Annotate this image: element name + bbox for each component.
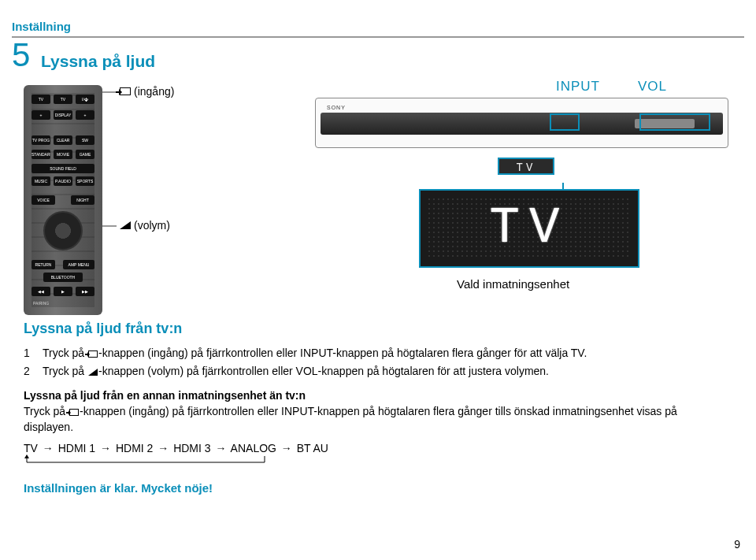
remote-media: ▶▶: [76, 287, 94, 296]
seq-item: HDMI 2: [116, 442, 153, 454]
s1-lead: Tryck på: [43, 347, 87, 359]
step-1-num: 1: [24, 345, 35, 361]
remote-btn: P.AUDIO: [54, 176, 72, 186]
remote-btn: SW: [76, 135, 94, 145]
soundbar-label-input: INPUT: [556, 79, 600, 95]
completion-message: Inställningen är klar. Mycket nöje!: [24, 480, 724, 497]
arrow-icon: →: [43, 442, 54, 454]
input-button-highlight: [553, 117, 576, 128]
step-2-text: Tryck på -knappen (volym) på fjärrkontro…: [43, 363, 549, 379]
arrow-icon: →: [100, 442, 111, 454]
remote-btn: TV PROG: [32, 135, 50, 145]
remote-btn: I/⏻: [76, 95, 94, 104]
sub-lead: Tryck på: [24, 405, 69, 417]
subsection-text: Tryck på -knappen (ingång) på fjärrkontr…: [24, 403, 724, 436]
step-2: 2 Tryck på -knappen (volym) på fjärrkont…: [24, 363, 724, 379]
arrow-icon: →: [215, 442, 226, 454]
display-zoom: TV: [419, 189, 639, 268]
remote-btn: MUSIC: [32, 176, 50, 186]
section-title: Lyssna på ljud från tv:n: [24, 318, 724, 339]
seq-item: BT AU: [297, 442, 328, 454]
remote-media: ◀◀: [32, 287, 50, 296]
input-icon: [69, 409, 79, 416]
remote-btn: +: [76, 110, 94, 120]
brand-label: SONY: [327, 105, 346, 110]
remote-night: NIGHT: [71, 195, 94, 205]
step-title: Lyssna på ljud: [41, 52, 155, 71]
volume-icon: [120, 221, 131, 229]
remote-media: ▶: [54, 287, 72, 296]
input-icon: [120, 87, 131, 95]
step-2-num: 2: [24, 363, 35, 379]
remote-dpad: [43, 211, 83, 250]
s2-tail: -knappen (volym) på fjärrkontrollen elle…: [98, 365, 549, 377]
input-icon: [88, 350, 98, 358]
remote-btn: TV: [54, 95, 72, 104]
remote-bluetooth: BLUETOOTH: [43, 273, 83, 282]
callout-input: (ingång): [120, 85, 174, 98]
display-big-text: TV: [490, 200, 569, 257]
s2-lead: Tryck på: [43, 365, 87, 377]
remote-voice: VOICE: [32, 195, 55, 205]
remote-pairing: PAIRING: [33, 301, 49, 306]
input-sequence: TV → HDMI 1 → HDMI 2 → HDMI 3 → ANALOG →…: [24, 440, 724, 456]
remote-btn: GAME: [76, 150, 94, 159]
page-number: 9: [734, 538, 740, 551]
instruction-block: Lyssna på ljud från tv:n 1 Tryck på -kna…: [24, 318, 724, 497]
display-small: TV: [498, 158, 554, 175]
callout-input-label: (ingång): [134, 85, 174, 98]
remote-btn: MOVIE: [54, 150, 72, 159]
soundbar-label-vol: VOL: [638, 79, 667, 95]
step-1: 1 Tryck på -knappen (ingång) på fjärrkon…: [24, 345, 724, 361]
dot-matrix: TV: [427, 197, 632, 260]
arrow-icon: →: [158, 442, 169, 454]
vol-button-highlight: [643, 117, 707, 128]
volume-icon: [88, 369, 98, 376]
callout-line: [102, 225, 117, 227]
remote-amp-menu: AMP MENU: [63, 260, 94, 269]
s1-tail: -knappen (ingång) på fjärrkontrollen ell…: [98, 347, 587, 359]
arrow-icon: →: [281, 442, 292, 454]
remote-btn: STANDARD: [32, 150, 50, 159]
sub-tail: -knappen (ingång) på fjärrkontrollen ell…: [24, 405, 677, 433]
seq-item: HDMI 3: [173, 442, 210, 454]
remote-illustration: TVTVI/⏻ +DISPLAY+ TV PROGCLEAR AUDIO+SW …: [24, 85, 102, 315]
remote-btn: TV: [32, 95, 50, 104]
remote-btn: +: [32, 110, 50, 120]
callout-line: [102, 91, 117, 93]
display-caption: Vald inmatningsenhet: [457, 277, 569, 291]
callout-volume-label: (volym): [134, 219, 170, 232]
remote-return: RETURN: [32, 260, 55, 269]
seq-item: HDMI 1: [58, 442, 95, 454]
remote-btn: CLEAR AUDIO+: [54, 135, 72, 145]
seq-item: ANALOG: [231, 442, 276, 454]
subsection-title: Lyssna på ljud från en annan inmatningse…: [24, 388, 724, 403]
step-1-text: Tryck på -knappen (ingång) på fjärrkontr…: [43, 345, 587, 361]
callout-volume: (volym): [120, 219, 170, 232]
remote-btn: SPORTS: [76, 176, 94, 186]
header-divider: Inställning: [12, 20, 744, 38]
remote-btn: SOUND FIELD: [32, 164, 94, 173]
remote-btn: DISPLAY: [54, 110, 72, 120]
seq-item: TV: [24, 442, 38, 454]
step-number: 5: [12, 36, 30, 74]
header-title: Inställning: [12, 20, 744, 36]
link-line: [562, 183, 564, 189]
